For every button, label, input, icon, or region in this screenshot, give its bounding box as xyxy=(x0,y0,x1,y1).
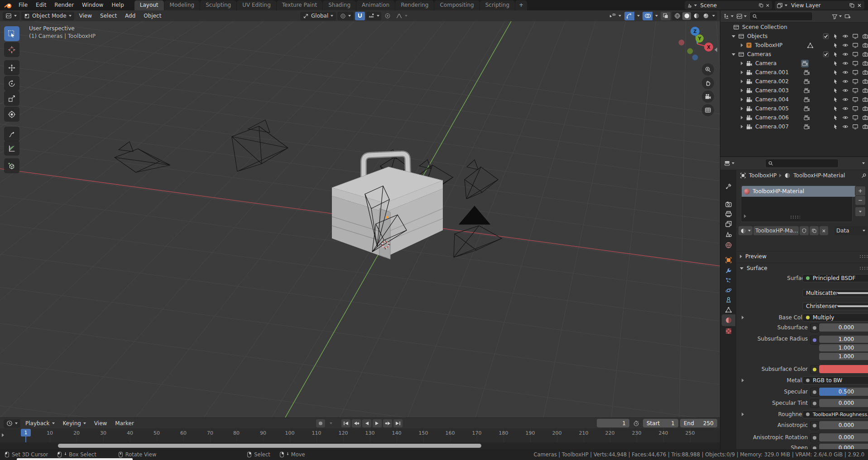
scene-canvas[interactable] xyxy=(0,21,720,417)
preview-panel-header[interactable]: Preview xyxy=(736,251,868,261)
outliner-row-cameras[interactable]: Cameras xyxy=(720,50,868,59)
selectable-icon[interactable] xyxy=(833,43,839,48)
tool-rotate[interactable] xyxy=(4,76,19,91)
hide-viewport-icon[interactable] xyxy=(842,51,849,57)
expand-arrow-icon[interactable] xyxy=(741,71,743,74)
outliner-filter-button[interactable] xyxy=(832,14,842,19)
hide-viewport-icon[interactable] xyxy=(842,114,849,121)
tool-move[interactable] xyxy=(4,60,19,75)
material-slot-list[interactable]: ToolboxHP-Material xyxy=(741,185,853,222)
outliner-row-scene-collection[interactable]: Scene Collection xyxy=(720,23,868,32)
outliner-item-label[interactable]: Camera.006 xyxy=(755,114,789,121)
disable-viewports-icon[interactable] xyxy=(852,96,858,103)
current-frame-field[interactable]: 1 xyxy=(597,419,629,427)
tab-animation[interactable]: Animation xyxy=(356,0,395,10)
gizmo-settings-dropdown[interactable] xyxy=(636,12,641,20)
breadcrumb-object[interactable]: ToolboxHP xyxy=(749,172,777,179)
pan-button[interactable] xyxy=(702,77,714,89)
disable-render-icon[interactable] xyxy=(862,33,868,39)
tool-measure[interactable] xyxy=(4,141,19,156)
anisotropic-slider[interactable]: 0.000 xyxy=(819,421,868,429)
metallic-node-button[interactable]: RGB to BW xyxy=(802,376,868,384)
surface-panel-header[interactable]: Surface xyxy=(736,263,868,273)
prev-keyframe-button[interactable] xyxy=(352,419,361,427)
properties-options-dropdown-icon[interactable] xyxy=(862,162,865,164)
outliner-item-label[interactable]: Camera.004 xyxy=(755,96,789,103)
start-frame-field[interactable]: Start 1 xyxy=(643,419,678,427)
proportional-editing-toggle[interactable] xyxy=(383,12,393,20)
radius-y-field[interactable]: 1.000 xyxy=(819,344,868,351)
disable-viewports-icon[interactable] xyxy=(852,87,858,94)
active-camera-data-badge[interactable] xyxy=(801,60,809,67)
hide-viewport-icon[interactable] xyxy=(842,42,849,48)
outliner-item-label[interactable]: Camera.005 xyxy=(755,105,789,112)
xray-toggle[interactable] xyxy=(661,12,671,20)
selectable-icon[interactable] xyxy=(833,88,839,94)
outliner-item-label[interactable]: Camera.007 xyxy=(755,123,789,130)
menu-edit[interactable]: Edit xyxy=(32,0,50,10)
outliner-item-label[interactable]: ToolboxHP xyxy=(755,42,782,48)
pin-icon[interactable] xyxy=(861,173,867,179)
outliner-row-camera005[interactable]: Camera.005 xyxy=(720,104,868,113)
tool-transform[interactable] xyxy=(4,107,19,122)
view-layer-name[interactable]: View Layer xyxy=(789,2,847,9)
timeline-editor-type-button[interactable] xyxy=(4,419,20,428)
disable-viewports-icon[interactable] xyxy=(852,33,858,39)
new-view-layer-icon[interactable] xyxy=(849,2,855,8)
jump-to-end-button[interactable] xyxy=(393,419,403,427)
drag-grip-icon[interactable] xyxy=(859,255,868,258)
remove-slot-button[interactable] xyxy=(855,195,866,205)
hide-viewport-icon[interactable] xyxy=(842,69,849,76)
show-overlays-toggle[interactable] xyxy=(643,12,652,20)
outliner-item-label[interactable]: Camera.001 xyxy=(755,69,789,76)
outliner-row-camera003[interactable]: Camera.003 xyxy=(720,86,868,95)
socket-button[interactable] xyxy=(810,399,819,408)
outliner-row-camera002[interactable]: Camera.002 xyxy=(720,77,868,86)
disable-render-icon[interactable] xyxy=(862,96,868,103)
jump-to-start-button[interactable] xyxy=(341,419,350,427)
anisotropic-rotation-slider[interactable]: 0.000 xyxy=(819,433,868,441)
shading-solid-button[interactable] xyxy=(682,12,691,20)
camera-data-icon[interactable] xyxy=(803,69,810,76)
scene-selector[interactable]: Scene xyxy=(685,1,772,9)
scene-name[interactable]: Scene xyxy=(699,2,757,9)
zoom-button[interactable] xyxy=(702,63,714,76)
viewport-3d[interactable]: User Perspective (1) Cameras | ToolboxHP xyxy=(0,21,720,417)
keying-set-dropdown[interactable] xyxy=(326,419,336,427)
tab-material[interactable] xyxy=(722,314,735,326)
outliner-item-label[interactable]: Cameras xyxy=(747,51,771,57)
disable-viewports-icon[interactable] xyxy=(852,114,858,121)
mode-dropdown[interactable]: Object Mode xyxy=(21,12,74,20)
shading-wireframe-button[interactable] xyxy=(673,12,681,20)
outliner-row-camera001[interactable]: Camera.001 xyxy=(720,68,868,77)
overlays-settings-dropdown[interactable] xyxy=(654,12,659,20)
radius-x-field[interactable]: 1.000 xyxy=(819,336,868,343)
socket-button[interactable] xyxy=(810,421,819,430)
socket-button[interactable] xyxy=(810,336,819,345)
disable-render-icon[interactable] xyxy=(862,123,868,130)
socket-button[interactable] xyxy=(810,323,819,332)
socket-button[interactable] xyxy=(810,433,819,442)
properties-search-input[interactable] xyxy=(765,159,839,168)
tab-rendering[interactable]: Rendering xyxy=(395,0,434,10)
disable-viewports-icon[interactable] xyxy=(852,60,858,66)
slot-list-expand-icon[interactable] xyxy=(744,214,746,218)
mesh-data-icon[interactable] xyxy=(807,42,814,49)
menu-render[interactable]: Render xyxy=(50,0,78,10)
timeline-menu-marker[interactable]: Marker xyxy=(112,420,137,427)
timeline-menu-keying[interactable]: Keying xyxy=(60,420,89,427)
tool-scale[interactable] xyxy=(4,91,19,106)
tool-cursor[interactable] xyxy=(4,42,19,57)
base-color-node-button[interactable]: Multiply xyxy=(802,313,868,322)
selectable-icon[interactable] xyxy=(833,97,839,103)
checkbox-icon[interactable] xyxy=(823,51,829,57)
selectable-icon[interactable] xyxy=(833,115,839,121)
timeline-ruler[interactable]: 10 20 30 40 50 60 70 80 90 100 110 120 1… xyxy=(0,428,720,442)
tab-uv-editing[interactable]: UV Editing xyxy=(237,0,276,10)
add-slot-button[interactable] xyxy=(855,186,866,196)
expand-arrow-icon[interactable] xyxy=(741,116,743,119)
tab-compositing[interactable]: Compositing xyxy=(434,0,479,10)
resize-grip[interactable] xyxy=(790,215,800,219)
expand-arrow-icon[interactable] xyxy=(741,80,743,83)
transform-orientation-dropdown[interactable]: Global xyxy=(300,12,336,20)
